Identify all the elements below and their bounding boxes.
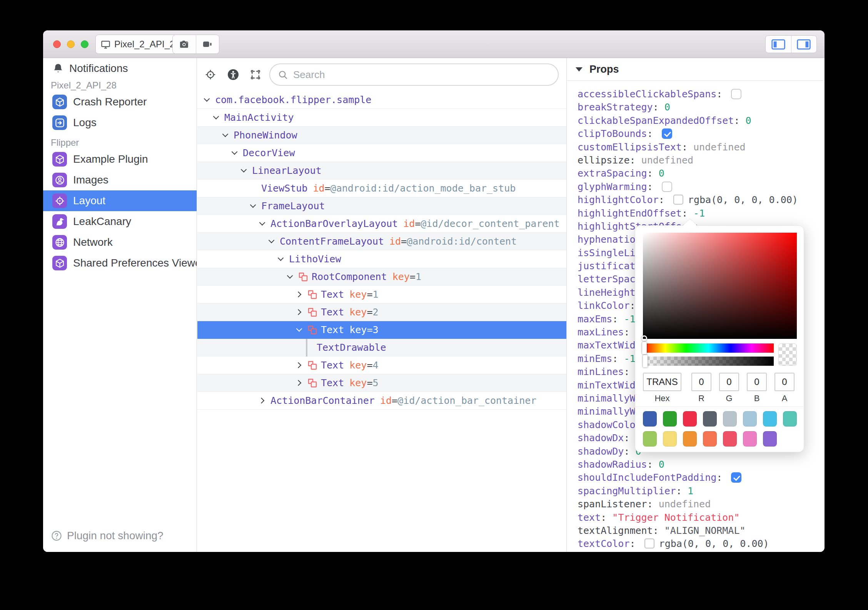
color-swatch-chip[interactable] [644, 538, 654, 548]
sidebar-item-example-plugin[interactable]: Example Plugin [43, 149, 197, 170]
panel-right-icon [797, 39, 811, 50]
tree-row[interactable]: Textkey=3 [197, 321, 566, 339]
red-input[interactable] [691, 373, 711, 391]
prop-value: "ALIGN_NORMAL" [664, 525, 746, 536]
sidebar-item-crash-reporter[interactable]: Crash Reporter [43, 92, 197, 112]
chevron-down-icon[interactable] [204, 96, 210, 102]
prop-key: maxEms [578, 313, 612, 325]
sidebar-item-label: Network [73, 236, 113, 248]
sidebar-item-notifications[interactable]: Notifications [43, 58, 197, 79]
chevron-down-icon[interactable] [287, 273, 293, 279]
alpha-slider-handle[interactable] [643, 355, 648, 367]
tree-row[interactable]: MainActivity [197, 109, 566, 127]
sidebar-item-shared-preferences-viewer[interactable]: Shared Preferences Viewer [43, 253, 197, 273]
chevron-down-icon[interactable] [213, 113, 219, 120]
chevron-right-icon[interactable] [295, 380, 302, 386]
sidebar-item-layout[interactable]: Layout [43, 190, 197, 211]
sidebar-item-network[interactable]: Network [43, 232, 197, 253]
chevron-down-icon[interactable] [241, 167, 247, 173]
hex-input[interactable] [643, 373, 681, 391]
chevron-down-icon[interactable] [259, 220, 265, 226]
tree-row[interactable]: ViewStubid=@android:id/action_mode_bar_s… [197, 180, 566, 197]
tree-row[interactable]: ActionBarContainerid=@id/action_bar_cont… [197, 392, 566, 410]
color-swatch[interactable] [643, 431, 657, 447]
sidebar-item-leakcanary[interactable]: LeakCanary [43, 211, 197, 232]
selection-corners-icon[interactable] [250, 69, 261, 80]
chevron-down-icon[interactable] [222, 131, 229, 137]
minimize-button[interactable] [67, 40, 75, 48]
color-swatch[interactable] [683, 431, 697, 447]
checkbox-unchecked[interactable] [662, 182, 672, 192]
accessibility-icon[interactable] [227, 69, 239, 80]
arrow-right-icon [52, 115, 67, 130]
target-icon[interactable] [205, 69, 216, 80]
search-input[interactable] [293, 69, 558, 81]
tree-row[interactable]: LithoView [197, 250, 566, 268]
chevron-right-icon[interactable] [295, 292, 302, 298]
screen-record-button[interactable] [196, 35, 219, 53]
current-color-swatch [778, 343, 797, 366]
color-swatch[interactable] [743, 431, 757, 447]
saturation-gradient[interactable] [643, 233, 797, 339]
red-label: R [691, 393, 711, 403]
bell-icon [52, 63, 64, 74]
chevron-down-icon[interactable] [278, 255, 284, 261]
hue-slider-handle[interactable] [642, 342, 647, 354]
tree-row[interactable]: DecorView [197, 144, 566, 162]
color-swatch[interactable] [703, 431, 717, 447]
color-swatch[interactable] [743, 411, 757, 427]
color-swatch[interactable] [763, 431, 777, 447]
tree-row[interactable]: RootComponentkey=1 [197, 268, 566, 286]
tree-row[interactable]: TextDrawable [197, 339, 566, 357]
prop-row: ellipsize: undefined [567, 154, 825, 167]
alpha-input[interactable] [775, 373, 795, 391]
toggle-right-panel-button[interactable] [791, 36, 817, 53]
green-input[interactable] [719, 373, 739, 391]
color-swatch[interactable] [643, 411, 657, 427]
color-swatch[interactable] [703, 411, 717, 427]
blue-input[interactable] [747, 373, 767, 391]
chevron-right-icon[interactable] [295, 309, 302, 315]
color-swatch[interactable] [763, 411, 777, 427]
tree-row[interactable]: PhoneWindow [197, 127, 566, 144]
plugin-not-showing-link[interactable]: Plugin not showing? [43, 527, 197, 544]
help-circle-icon [51, 530, 62, 542]
color-swatch[interactable] [663, 431, 677, 447]
alpha-slider[interactable] [643, 357, 774, 366]
chevron-right-icon[interactable] [295, 362, 302, 368]
tree-row[interactable]: Textkey=1 [197, 286, 566, 303]
hue-slider[interactable] [643, 343, 774, 353]
tree-row[interactable]: LinearLayout [197, 162, 566, 180]
tree-node-name: PhoneWindow [234, 130, 297, 141]
tree-row[interactable]: Textkey=2 [197, 303, 566, 321]
sidebar-item-logs[interactable]: Logs [43, 112, 197, 133]
tree-row[interactable]: Textkey=4 [197, 357, 566, 374]
chevron-right-icon[interactable] [259, 398, 265, 404]
color-swatch-chip[interactable] [673, 195, 683, 205]
chevron-down-icon[interactable] [269, 237, 275, 243]
monitor-icon [100, 39, 111, 50]
sidebar-item-images[interactable]: Images [43, 170, 197, 190]
chevron-down-icon[interactable] [296, 326, 302, 332]
color-swatch[interactable] [683, 411, 697, 427]
props-header[interactable]: Props [567, 58, 825, 81]
checkbox-unchecked[interactable] [731, 89, 741, 99]
checkbox-checked[interactable] [731, 472, 741, 483]
color-swatch[interactable] [723, 431, 737, 447]
tree-row[interactable]: Textkey=5 [197, 374, 566, 392]
color-swatch[interactable] [783, 411, 797, 427]
tree-row[interactable]: FrameLayout [197, 197, 566, 215]
tree-row[interactable]: com.facebook.flipper.sample [197, 91, 566, 109]
screenshot-button[interactable] [173, 35, 196, 53]
chevron-down-icon[interactable] [232, 149, 238, 155]
toggle-left-panel-button[interactable] [766, 36, 791, 53]
close-button[interactable] [53, 40, 61, 48]
color-swatch[interactable] [723, 411, 737, 427]
chevron-down-icon[interactable] [250, 202, 256, 208]
saturation-handle[interactable] [641, 335, 647, 341]
zoom-button[interactable] [81, 40, 88, 48]
checkbox-checked[interactable] [662, 128, 672, 139]
tree-row[interactable]: ActionBarOverlayLayoutid=@id/decor_conte… [197, 215, 566, 233]
color-swatch[interactable] [663, 411, 677, 427]
tree-row[interactable]: ContentFrameLayoutid=@android:id/content [197, 233, 566, 250]
